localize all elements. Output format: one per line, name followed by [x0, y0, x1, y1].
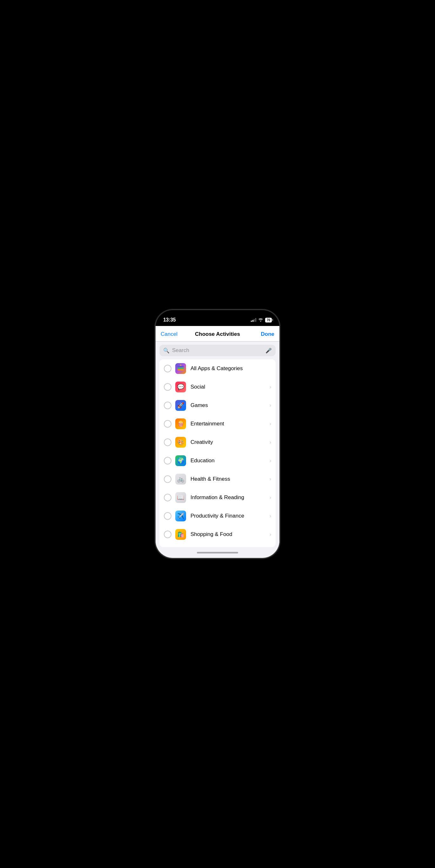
list-item-health-fitness[interactable]: 🚲Health & Fitness› — [159, 470, 276, 488]
status-bar: 13:35 70 — [156, 310, 279, 326]
list-item-creativity[interactable]: 🎨Creativity› — [159, 433, 276, 452]
item-label-shopping-food: Shopping & Food — [191, 531, 270, 537]
svg-rect-0 — [177, 369, 184, 370]
wifi-icon — [258, 318, 263, 322]
home-bar — [197, 552, 238, 554]
search-bar-container: 🔍 Search 🎤 — [156, 342, 279, 359]
done-button[interactable]: Done — [255, 331, 274, 337]
item-label-health-fitness: Health & Fitness — [191, 476, 270, 482]
home-indicator — [156, 547, 279, 558]
icon-health-fitness: 🚲 — [175, 474, 186, 485]
radio-entertainment[interactable] — [164, 420, 171, 428]
radio-creativity[interactable] — [164, 438, 171, 446]
item-label-all-apps: All Apps & Categories — [191, 365, 271, 372]
list-item-productivity-finance[interactable]: ✈️Productivity & Finance› — [159, 507, 276, 525]
icon-education: 🌍 — [175, 455, 186, 466]
chevron-social: › — [270, 384, 271, 390]
icon-entertainment: 🍿 — [175, 418, 186, 429]
microphone-icon[interactable]: 🎤 — [265, 348, 272, 353]
list-item-social[interactable]: 💬Social› — [159, 378, 276, 396]
list-item-information-reading[interactable]: 📖Information & Reading› — [159, 488, 276, 507]
chevron-education: › — [270, 458, 271, 464]
item-label-education: Education — [191, 458, 270, 464]
signal-icon — [251, 318, 256, 322]
phone-frame: 13:35 70 Cancel — [156, 310, 279, 558]
icon-productivity-finance: ✈️ — [175, 510, 186, 521]
chevron-entertainment: › — [270, 421, 271, 427]
icon-all-apps — [175, 363, 186, 374]
radio-shopping-food[interactable] — [164, 531, 171, 538]
icon-information-reading: 📖 — [175, 492, 186, 503]
chevron-information-reading: › — [270, 495, 271, 500]
icon-games: 🚀 — [175, 400, 186, 411]
list-item-education[interactable]: 🌍Education› — [159, 452, 276, 470]
chevron-productivity-finance: › — [270, 513, 271, 519]
list-item-all-apps[interactable]: All Apps & Categories — [159, 359, 276, 378]
item-label-entertainment: Entertainment — [191, 421, 270, 427]
search-icon: 🔍 — [163, 348, 170, 353]
radio-information-reading[interactable] — [164, 494, 171, 501]
modal-title: Choose Activities — [180, 331, 255, 337]
status-icons: 70 — [251, 318, 272, 322]
chevron-health-fitness: › — [270, 476, 271, 482]
search-bar[interactable]: 🔍 Search 🎤 — [159, 345, 276, 356]
list-item-travel[interactable]: 🏖️Travel› — [159, 544, 276, 547]
icon-shopping-food: 🛍️ — [175, 529, 186, 540]
icon-creativity: 🎨 — [175, 437, 186, 448]
item-label-information-reading: Information & Reading — [191, 494, 270, 501]
radio-education[interactable] — [164, 457, 171, 465]
item-label-games: Games — [191, 402, 270, 409]
search-input[interactable]: Search — [172, 347, 263, 353]
svg-marker-3 — [180, 365, 181, 366]
chevron-shopping-food: › — [270, 531, 271, 537]
radio-games[interactable] — [164, 402, 171, 409]
item-label-social: Social — [191, 384, 270, 390]
svg-rect-2 — [177, 366, 184, 367]
activities-list: All Apps & Categories💬Social›🚀Games›🍿Ent… — [159, 359, 276, 547]
status-time: 13:35 — [163, 317, 176, 323]
chevron-games: › — [270, 403, 271, 408]
battery-icon: 70 — [265, 318, 272, 322]
item-label-creativity: Creativity — [191, 439, 270, 445]
radio-all-apps[interactable] — [164, 365, 171, 372]
phone-screen: Cancel Choose Activities Done 🔍 Search 🎤 — [156, 326, 279, 547]
icon-social: 💬 — [175, 381, 186, 392]
radio-social[interactable] — [164, 383, 171, 391]
radio-health-fitness[interactable] — [164, 475, 171, 483]
modal-sheet: Cancel Choose Activities Done 🔍 Search 🎤 — [156, 326, 279, 547]
modal-header: Cancel Choose Activities Done — [156, 326, 279, 342]
chevron-creativity: › — [270, 439, 271, 445]
cancel-button[interactable]: Cancel — [161, 331, 180, 337]
list-item-games[interactable]: 🚀Games› — [159, 396, 276, 414]
list-item-shopping-food[interactable]: 🛍️Shopping & Food› — [159, 525, 276, 544]
item-label-productivity-finance: Productivity & Finance — [191, 513, 270, 519]
svg-rect-1 — [177, 368, 184, 369]
list-item-entertainment[interactable]: 🍿Entertainment› — [159, 414, 276, 433]
radio-productivity-finance[interactable] — [164, 512, 171, 520]
